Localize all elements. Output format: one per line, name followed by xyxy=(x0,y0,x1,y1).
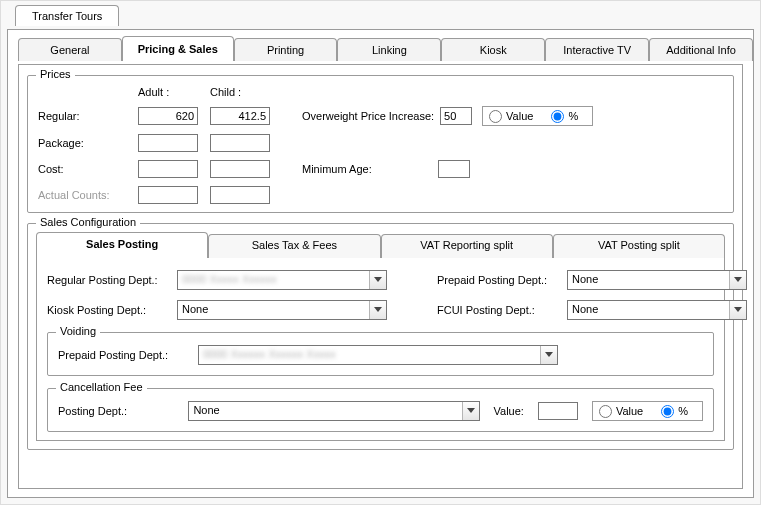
overweight-value-radio-label: Value xyxy=(506,110,533,122)
regular-label: Regular: xyxy=(38,110,138,122)
voiding-prepaid-dept-value: 0000 Xxxxxx Xxxxxx Xxxxx xyxy=(199,346,540,364)
sales-config-group: Sales Configuration Sales Posting Sales … xyxy=(27,223,734,450)
overweight-label: Overweight Price Increase: xyxy=(302,110,434,122)
chevron-down-icon xyxy=(462,402,479,420)
overweight-input[interactable] xyxy=(440,107,472,125)
actual-adult-input[interactable] xyxy=(138,186,198,204)
overweight-percent-radio[interactable]: % xyxy=(551,110,578,123)
tab-additional-info[interactable]: Additional Info xyxy=(649,38,753,61)
tab-kiosk[interactable]: Kiosk xyxy=(441,38,545,61)
cancel-value-radio[interactable]: Value xyxy=(599,405,643,418)
cancel-value-label: Value: xyxy=(494,405,524,417)
kiosk-dept-combo[interactable]: None xyxy=(177,300,387,320)
sales-config-legend: Sales Configuration xyxy=(36,216,140,228)
overweight-percent-radio-label: % xyxy=(568,110,578,122)
tab-vat-posting[interactable]: VAT Posting split xyxy=(553,234,725,258)
min-age-label: Minimum Age: xyxy=(302,163,372,175)
tab-kiosk-label: Kiosk xyxy=(480,44,507,56)
cancel-value-input[interactable] xyxy=(538,402,578,420)
chevron-down-icon xyxy=(369,301,386,319)
regular-dept-value: 0000 Xxxxx Xxxxxx xyxy=(178,271,369,289)
prices-legend: Prices xyxy=(36,68,75,80)
tab-linking[interactable]: Linking xyxy=(337,38,441,61)
regular-adult-input[interactable] xyxy=(138,107,198,125)
child-header: Child : xyxy=(210,86,282,98)
kiosk-dept-value: None xyxy=(178,301,369,319)
prepaid-dept-value: None xyxy=(568,271,729,289)
adult-header: Adult : xyxy=(138,86,210,98)
package-adult-input[interactable] xyxy=(138,134,198,152)
window: Transfer Tours General Pricing & Sales P… xyxy=(0,0,761,505)
chevron-down-icon xyxy=(729,301,746,319)
cancel-dept-label: Posting Dept.: xyxy=(58,405,174,417)
cancel-percent-radio-label: % xyxy=(678,405,688,417)
tab-additional-info-label: Additional Info xyxy=(666,44,736,56)
cancel-percent-radio[interactable]: % xyxy=(661,405,688,418)
tab-vat-reporting-label: VAT Reporting split xyxy=(420,239,513,251)
overweight-radio-group: Value % xyxy=(482,106,593,126)
regular-dept-label: Regular Posting Dept.: xyxy=(47,274,177,286)
tab-pricing-sales[interactable]: Pricing & Sales xyxy=(122,36,234,61)
tab-sales-tax-fees-label: Sales Tax & Fees xyxy=(252,239,337,251)
tab-sales-tax-fees[interactable]: Sales Tax & Fees xyxy=(208,234,380,258)
regular-child-input[interactable] xyxy=(210,107,270,125)
voiding-prepaid-dept-label: Prepaid Posting Dept.: xyxy=(58,349,198,361)
voiding-prepaid-dept-combo[interactable]: 0000 Xxxxxx Xxxxxx Xxxxx xyxy=(198,345,558,365)
cancellation-fee-legend: Cancellation Fee xyxy=(56,381,147,393)
tab-printing[interactable]: Printing xyxy=(234,38,338,61)
tab-general-label: General xyxy=(50,44,89,56)
tab-interactive-tv[interactable]: Interactive TV xyxy=(545,38,649,61)
outer-panel: General Pricing & Sales Printing Linking… xyxy=(7,29,754,498)
tab-general[interactable]: General xyxy=(18,38,122,61)
tab-sales-posting[interactable]: Sales Posting xyxy=(36,232,208,258)
package-child-input[interactable] xyxy=(210,134,270,152)
actual-counts-label: Actual Counts: xyxy=(38,189,138,201)
fcui-dept-value: None xyxy=(568,301,729,319)
prices-group: Prices Adult : Child : Regular: Overweig… xyxy=(27,75,734,213)
fcui-dept-combo[interactable]: None xyxy=(567,300,747,320)
cancellation-fee-group: Cancellation Fee Posting Dept.: None Val… xyxy=(47,388,714,432)
outer-tabstrip: Transfer Tours xyxy=(15,5,760,31)
voiding-legend: Voiding xyxy=(56,325,100,337)
overweight-value-radio[interactable]: Value xyxy=(489,110,533,123)
min-age-input[interactable] xyxy=(438,160,470,178)
cancel-dept-value: None xyxy=(189,402,461,420)
tab-interactive-tv-label: Interactive TV xyxy=(563,44,631,56)
voiding-group: Voiding Prepaid Posting Dept.: 0000 Xxxx… xyxy=(47,332,714,376)
pricing-sales-panel: Prices Adult : Child : Regular: Overweig… xyxy=(18,64,743,489)
tab-linking-label: Linking xyxy=(372,44,407,56)
sales-posting-panel: Regular Posting Dept.: 0000 Xxxxx Xxxxxx… xyxy=(36,257,725,441)
cancel-radio-group: Value % xyxy=(592,401,703,421)
sales-tabstrip: Sales Posting Sales Tax & Fees VAT Repor… xyxy=(36,234,725,258)
package-label: Package: xyxy=(38,137,138,149)
inner-tabstrip: General Pricing & Sales Printing Linking… xyxy=(18,38,753,61)
cost-adult-input[interactable] xyxy=(138,160,198,178)
chevron-down-icon xyxy=(369,271,386,289)
cost-child-input[interactable] xyxy=(210,160,270,178)
actual-child-input[interactable] xyxy=(210,186,270,204)
tab-transfer-tours-label: Transfer Tours xyxy=(32,10,102,22)
tab-printing-label: Printing xyxy=(267,44,304,56)
chevron-down-icon xyxy=(729,271,746,289)
tab-transfer-tours[interactable]: Transfer Tours xyxy=(15,5,119,26)
tab-pricing-sales-label: Pricing & Sales xyxy=(138,43,218,55)
tab-vat-posting-label: VAT Posting split xyxy=(598,239,680,251)
kiosk-dept-label: Kiosk Posting Dept.: xyxy=(47,304,177,316)
chevron-down-icon xyxy=(540,346,557,364)
prepaid-dept-combo[interactable]: None xyxy=(567,270,747,290)
cancel-dept-combo[interactable]: None xyxy=(188,401,479,421)
tab-vat-reporting[interactable]: VAT Reporting split xyxy=(381,234,553,258)
prepaid-dept-label: Prepaid Posting Dept.: xyxy=(437,274,567,286)
regular-dept-combo[interactable]: 0000 Xxxxx Xxxxxx xyxy=(177,270,387,290)
cancel-value-radio-label: Value xyxy=(616,405,643,417)
cost-label: Cost: xyxy=(38,163,138,175)
fcui-dept-label: FCUI Posting Dept.: xyxy=(437,304,567,316)
tab-sales-posting-label: Sales Posting xyxy=(86,238,158,250)
